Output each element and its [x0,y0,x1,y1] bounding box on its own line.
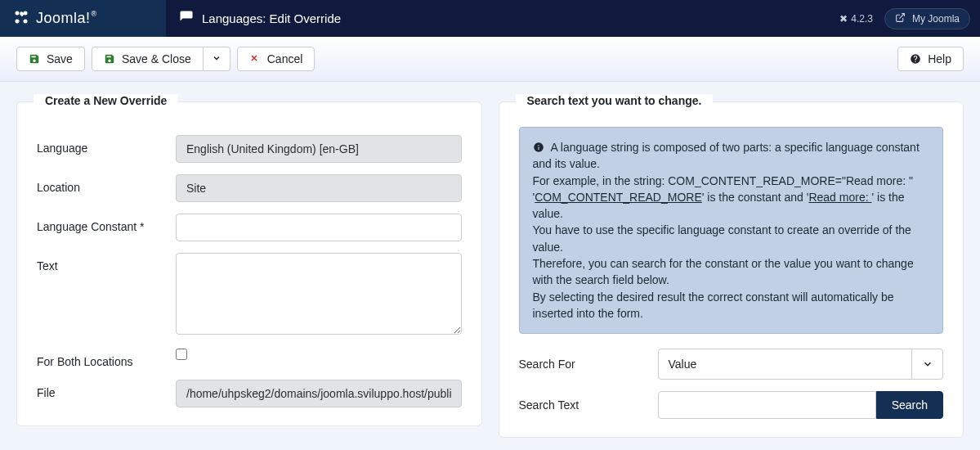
location-field [176,174,462,202]
comments-icon [179,10,194,27]
left-legend: Create a New Override [34,94,178,107]
question-icon [910,53,921,65]
help-button[interactable]: Help [897,47,964,71]
brand-name: Joomla! [36,10,91,27]
file-label: File [37,380,176,399]
right-legend: Search text you want to change. [516,94,714,107]
save-close-button[interactable]: Save & Close [92,47,204,71]
brand-area[interactable]: Joomla! ® [0,0,166,37]
info-box: A language string is composed of two par… [519,127,944,334]
both-locations-checkbox[interactable] [176,349,187,360]
svg-point-3 [24,20,28,24]
file-field [176,380,462,407]
my-joomla-button[interactable]: My Joomla [884,8,970,29]
constant-input[interactable] [176,214,462,241]
location-label: Location [37,174,176,194]
chevron-down-icon [911,349,942,379]
save-icon [104,53,115,65]
svg-point-2 [16,20,20,24]
both-label: For Both Locations [37,349,176,368]
joomla-logo-icon [13,9,29,28]
create-override-panel: Create a New Override Language Location … [16,101,482,426]
chevron-down-icon [212,52,222,65]
joomla-mini-icon: ✖ [839,13,848,25]
language-field [176,135,462,163]
constant-label: Language Constant * [37,214,176,233]
svg-point-0 [16,11,20,16]
search-text-label: Search Text [519,398,658,412]
language-label: Language [37,135,176,155]
close-icon [249,53,261,65]
save-icon [29,53,40,65]
search-for-select[interactable]: Value [658,349,944,380]
brand-trademark: ® [92,10,97,18]
text-textarea[interactable] [176,253,462,335]
search-button[interactable]: Search [876,391,943,419]
search-text-input[interactable] [658,391,876,419]
search-panel: Search text you want to change. A langua… [499,101,964,438]
version-label: ✖4.2.3 [839,13,873,25]
page-title: Languages: Edit Override [202,11,341,25]
info-icon [533,141,548,154]
cancel-button[interactable]: Cancel [237,47,315,71]
external-link-icon [895,12,906,25]
save-close-dropdown-toggle[interactable] [204,47,230,71]
text-label: Text [37,253,176,272]
save-button[interactable]: Save [16,47,85,71]
search-for-label: Search For [519,358,658,371]
